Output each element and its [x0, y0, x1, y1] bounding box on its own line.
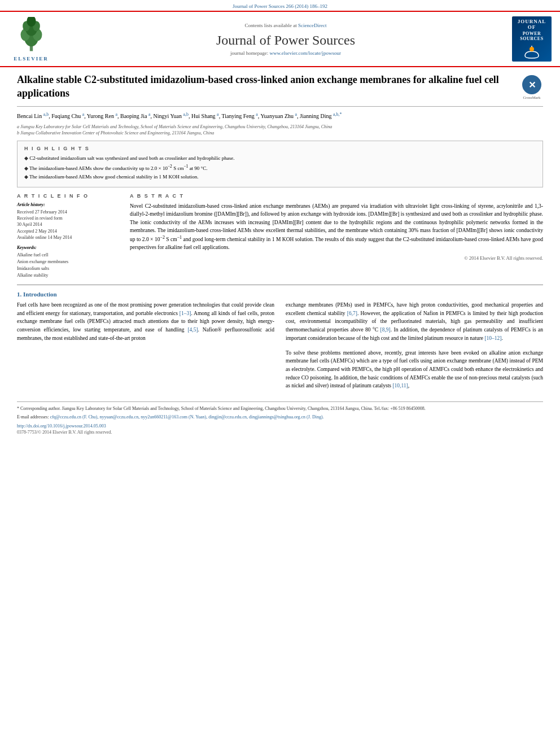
affiliations: a Jiangsu Key Laboratory for Solar Cell … [17, 124, 543, 136]
main-content: Alkaline stable C2-substituted imidazoli… [0, 67, 560, 440]
email-footnote: E-mail addresses: cfq@cczu.edu.cn (F. Ch… [17, 414, 543, 421]
highlight-item-1: C2-substituted imidazolium salt was synt… [24, 155, 536, 162]
received-revised-label: Received in revised form [17, 215, 119, 221]
highlight-item-2: The imidazolium-based AEMs show the cond… [24, 164, 536, 172]
footnote-area: * Corresponding author. Jiangsu Key Labo… [17, 401, 543, 435]
issn-line: 0378-7753/© 2014 Elsevier B.V. All right… [17, 430, 543, 435]
article-info-abstract: A R T I C L E I N F O Article history: R… [17, 193, 543, 279]
ref-4-5: [4,5] [187, 327, 198, 333]
abstract-label: A B S T R A C T [130, 193, 543, 199]
keyword-3: Imidazolium salts [17, 265, 119, 272]
article-info-label: A R T I C L E I N F O [17, 193, 119, 199]
journal-reference: Journal of Power Sources 266 (2014) 186–… [233, 3, 327, 9]
intro-left-text: Fuel cells have been recognized as one o… [17, 301, 274, 343]
keyword-1: Alkaline fuel cell [17, 252, 119, 259]
power-logo-icon [520, 45, 543, 59]
sciencedirect-link[interactable]: ScienceDirect [298, 23, 326, 28]
abstract-text: Novel C2-substituted imidazolium-based c… [130, 202, 543, 252]
corresponding-author-note: * Corresponding author. Jiangsu Key Labo… [17, 405, 543, 412]
crossmark-badge: ✕ CrossMark [520, 73, 543, 100]
copyright-line: © 2014 Elsevier B.V. All rights reserved… [130, 255, 543, 261]
received-date: Received 27 February 2014 [17, 209, 119, 215]
ref-10-11: [10,11] [392, 383, 408, 388]
abstract-col: A B S T R A C T Novel C2-substituted imi… [130, 193, 543, 279]
elsevier-tree-icon [16, 17, 47, 54]
top-bar: Journal of Power Sources 266 (2014) 186–… [0, 0, 560, 11]
received-revised-date: 30 April 2014 [17, 221, 119, 228]
ref-6-7: [6,7] [347, 311, 357, 316]
crossmark-label: CrossMark [523, 95, 540, 100]
journal-title: Journal of Power Sources [62, 33, 509, 48]
intro-right-col: exchange membranes (PEMs) used in PEMFCs… [286, 301, 543, 390]
header-center: Contents lists available at ScienceDirec… [62, 16, 509, 62]
article-title-section: Alkaline stable C2-substituted imidazoli… [17, 73, 543, 107]
email-label: E-mail addresses: [17, 414, 49, 420]
article-history-label: Article history: [17, 202, 119, 207]
highlights-box: H I G H L I G H T S C2-substituted imida… [17, 141, 543, 187]
highlights-title: H I G H L I G H T S [24, 146, 536, 151]
crossmark-icon: ✕ [522, 75, 541, 94]
introduction-section: 1. Introduction Fuel cells have been rec… [17, 291, 543, 390]
contents-line: Contents lists available at ScienceDirec… [62, 23, 509, 28]
section-divider [17, 285, 543, 285]
ref-10-12: [10–12] [484, 335, 501, 341]
email-addresses: cfq@cczu.edu.cn (F. Chu), nyyuan@cczu.ed… [50, 414, 324, 420]
accepted-date: Accepted 2 May 2014 [17, 228, 119, 234]
affiliation-b: b Jiangsu Collaborative Innovation Cente… [17, 130, 543, 136]
page: Journal of Power Sources 266 (2014) 186–… [0, 0, 560, 747]
highlight-item-3: The imidazolium-based AEMs show good che… [24, 173, 536, 181]
ref-1-3: [1–3] [180, 311, 191, 316]
journal-logo-box: JOURNAL OF POWER SOURCES [512, 16, 552, 62]
elsevier-brand-text: ELSEVIER [14, 56, 49, 62]
intro-body: Fuel cells have been recognized as one o… [17, 301, 543, 390]
keywords-label: Keywords: [17, 245, 119, 250]
journal-logo-right: JOURNAL OF POWER SOURCES [509, 16, 554, 62]
authors-line: Bencai Lin a,b, Fuqiang Chu a, Yurong Re… [17, 111, 543, 120]
intro-title: 1. Introduction [17, 291, 543, 298]
ref-8-9: [8,9] [380, 327, 391, 333]
affiliation-a: a Jiangsu Key Laboratory for Solar Cell … [17, 124, 543, 130]
intro-right-text-2: To solve these problems mentioned above,… [286, 349, 543, 391]
doi-link[interactable]: http://dx.doi.org/10.1016/j.jpowsour.201… [17, 423, 543, 429]
svg-point-8 [530, 47, 534, 51]
homepage-url[interactable]: www.elsevier.com/locate/jpowsour [270, 50, 341, 56]
intro-left-col: Fuel cells have been recognized as one o… [17, 301, 274, 390]
available-date: Available online 14 May 2014 [17, 234, 119, 241]
article-title: Alkaline stable C2-substituted imidazoli… [17, 73, 520, 101]
keyword-4: Alkaline stability [17, 272, 119, 279]
intro-right-text: exchange membranes (PEMs) used in PEMFCs… [286, 301, 543, 343]
article-info-col: A R T I C L E I N F O Article history: R… [17, 193, 119, 279]
keyword-2: Anion exchange membranes [17, 259, 119, 265]
elsevier-logo: ELSEVIER [6, 16, 56, 62]
journal-homepage: journal homepage: www.elsevier.com/locat… [62, 50, 509, 56]
header-section: ELSEVIER Contents lists available at Sci… [0, 11, 560, 67]
